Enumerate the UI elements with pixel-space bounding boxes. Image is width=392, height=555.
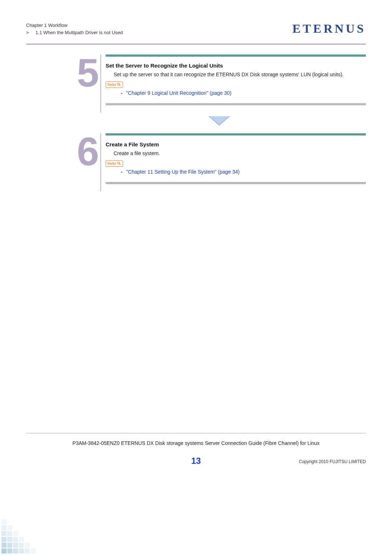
step-body: Set the Server to Recognize the Logical … (100, 54, 366, 113)
svg-line-1 (119, 85, 121, 86)
page-header: Chapter 1 Workflow > 1.1 When the Multip… (26, 22, 366, 36)
refer-label: Refer (107, 162, 116, 166)
reference-link[interactable]: "Chapter 11 Setting Up the File System" … (126, 169, 240, 175)
svg-point-2 (118, 162, 120, 164)
refer-badge: Refer (106, 160, 123, 167)
reference-link-row: - "Chapter 9 Logical Unit Recognition" (… (121, 90, 366, 96)
workflow-step-6: 6 Create a File System Create a file sys… (73, 133, 366, 191)
step-number: 6 (73, 133, 98, 191)
workflow-step-5: 5 Set the Server to Recognize the Logica… (73, 54, 366, 113)
refer-badge: Refer (106, 81, 123, 88)
svg-line-3 (119, 164, 121, 165)
footer-doc-title: P3AM-3842-05ENZ0 ETERNUS DX Disk storage… (26, 440, 366, 446)
refer-row: Refer (106, 81, 366, 88)
copyright-text: Copyright 2010 FUJITSU LIMITED (299, 459, 366, 464)
step-description: Set up the server so that it can recogni… (114, 71, 366, 78)
decorative-corner (0, 511, 44, 555)
down-arrow-icon (208, 116, 230, 126)
step-top-bar (106, 133, 366, 135)
svg-point-0 (118, 83, 120, 85)
step-title: Create a File System (106, 141, 366, 147)
step-bottom-bar (106, 103, 366, 105)
step-title: Set the Server to Recognize the Logical … (106, 62, 366, 69)
step-bottom-bar (106, 182, 366, 184)
dash-icon: - (121, 169, 123, 175)
breadcrumb-chapter: Chapter 1 Workflow (26, 22, 123, 29)
refer-row: Refer (106, 160, 366, 167)
workflow-content: 5 Set the Server to Recognize the Logica… (73, 54, 366, 195)
header-rule (26, 44, 366, 45)
breadcrumb: Chapter 1 Workflow > 1.1 When the Multip… (26, 22, 123, 36)
dash-icon: - (121, 90, 123, 96)
brand-logo: ETERNUS (292, 22, 366, 36)
reference-link-row: - "Chapter 11 Setting Up the File System… (121, 169, 366, 175)
footer-rule (26, 433, 366, 433)
refer-label: Refer (107, 83, 116, 87)
breadcrumb-section: 1.1 When the Multipath Driver is not Use… (36, 30, 123, 35)
step-description: Create a file system. (114, 150, 366, 157)
magnifier-icon (117, 82, 121, 87)
step-number: 5 (73, 54, 98, 113)
breadcrumb-prefix: > (26, 30, 29, 35)
step-body: Create a File System Create a file syste… (100, 133, 366, 191)
step-top-bar (106, 54, 366, 57)
magnifier-icon (117, 161, 121, 166)
reference-link[interactable]: "Chapter 9 Logical Unit Recognition" (pa… (126, 90, 232, 96)
flow-arrow-wrap (73, 116, 366, 127)
